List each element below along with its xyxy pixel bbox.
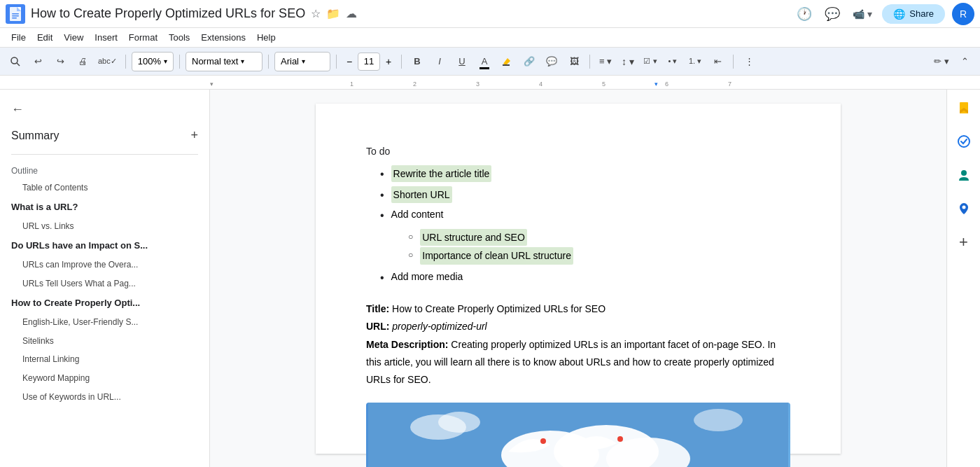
document-title[interactable]: How to Create Properly Optimized URLs fo… bbox=[31, 6, 305, 21]
align-btn[interactable]: ≡ ▾ bbox=[596, 52, 615, 71]
svg-line-6 bbox=[17, 63, 20, 66]
folder-icon[interactable]: 📁 bbox=[326, 7, 340, 20]
edit-mode-btn[interactable]: ✏ ▾ bbox=[931, 52, 952, 71]
sidebar-item-urls-tell[interactable]: URLs Tell Users What a Pag... bbox=[0, 274, 209, 293]
line-spacing-btn[interactable]: ↕ ▾ bbox=[618, 52, 638, 71]
ruler: ▾ 1 2 3 4 5 6 7 ▾ bbox=[0, 76, 980, 90]
search-toolbar-btn[interactable] bbox=[6, 52, 25, 71]
style-select[interactable]: Normal text ▾ bbox=[186, 52, 262, 71]
list-item: • Rewrite the article title bbox=[380, 165, 790, 183]
numbered-list-btn[interactable]: 1. ▾ bbox=[685, 52, 705, 71]
summary-header: Summary + bbox=[0, 123, 209, 148]
doc-area: To do • Rewrite the article title • Shor… bbox=[210, 90, 946, 467]
checklist-btn[interactable]: ☑ ▾ bbox=[640, 52, 660, 71]
right-panel: + bbox=[946, 90, 980, 467]
tasks-btn[interactable] bbox=[951, 129, 976, 154]
list-item: • Shorten URL bbox=[380, 186, 790, 204]
meta-title-value: How to Create Properly Optimized URLs fo… bbox=[392, 303, 606, 314]
maps-btn[interactable] bbox=[951, 196, 976, 221]
font-size-increase[interactable]: + bbox=[382, 55, 396, 69]
sidebar-item-sitelinks[interactable]: Sitelinks bbox=[0, 332, 209, 351]
bold-btn[interactable]: B bbox=[407, 52, 427, 71]
sidebar-item-url-vs-links[interactable]: URL vs. Links bbox=[0, 217, 209, 236]
sidebar-item-keywords-in-url[interactable]: Use of Keywords in URL... bbox=[0, 388, 209, 407]
spellcheck-btn[interactable]: abc✓ bbox=[95, 52, 120, 71]
italic-btn[interactable]: I bbox=[430, 52, 449, 71]
search-icon bbox=[10, 56, 21, 67]
bullet-dot-2: • bbox=[380, 186, 384, 204]
history-icon[interactable]: 🕐 bbox=[794, 4, 815, 25]
sub-item-1: URL structure and SEO bbox=[420, 229, 527, 246]
font-size-input[interactable] bbox=[358, 53, 380, 71]
more-toolbar-btn[interactable]: ⋮ bbox=[739, 52, 759, 71]
indent-decrease-btn[interactable]: ⇤ bbox=[708, 52, 727, 71]
meta-title-line: Title: How to Create Properly Optimized … bbox=[366, 300, 790, 318]
menu-format[interactable]: Format bbox=[123, 30, 163, 45]
sidebar-item-do-urls-impact[interactable]: Do URLs have an Impact on S... bbox=[0, 236, 209, 256]
font-size-area: − + bbox=[342, 53, 396, 71]
undo-btn[interactable]: ↩ bbox=[28, 52, 48, 71]
title-bar: How to Create Properly Optimized URLs fo… bbox=[0, 0, 980, 28]
font-size-decrease[interactable]: − bbox=[342, 55, 356, 69]
outline-label: Outline bbox=[0, 160, 209, 179]
bookmark-btn[interactable] bbox=[951, 95, 976, 120]
sidebar-item-urls-improve[interactable]: URLs can Improve the Overa... bbox=[0, 256, 209, 274]
menu-tools[interactable]: Tools bbox=[163, 30, 195, 45]
sidebar-item-english-like[interactable]: English-Like, User-Friendly S... bbox=[0, 313, 209, 332]
underline-btn[interactable]: U bbox=[452, 52, 472, 71]
avatar[interactable]: R bbox=[952, 3, 974, 25]
link-btn[interactable]: 🔗 bbox=[519, 52, 539, 71]
menu-file[interactable]: File bbox=[6, 30, 31, 45]
ruler-inner: ▾ 1 2 3 4 5 6 7 ▾ bbox=[210, 76, 686, 88]
highlight-icon bbox=[502, 57, 512, 67]
sidebar-item-keyword-mapping[interactable]: Keyword Mapping bbox=[0, 369, 209, 388]
meta-desc-line: Meta Description: Creating properly opti… bbox=[366, 336, 790, 389]
sidebar-item-internal-linking[interactable]: Internal Linking bbox=[0, 350, 209, 369]
birds-illustration bbox=[366, 403, 790, 467]
toolbar-sep-3 bbox=[268, 55, 269, 69]
add-plugin-btn[interactable]: + bbox=[951, 230, 976, 255]
comment-btn[interactable]: 💬 bbox=[542, 52, 561, 71]
redo-btn[interactable]: ↪ bbox=[50, 52, 70, 71]
expand-toolbar-btn[interactable]: ⌃ bbox=[955, 52, 974, 71]
sidebar-item-how-to-create[interactable]: How to Create Properly Opti... bbox=[0, 293, 209, 313]
font-select[interactable]: Arial ▾ bbox=[274, 52, 330, 71]
svg-point-18 bbox=[958, 136, 969, 147]
share-globe-icon: 🌐 bbox=[893, 8, 905, 20]
toolbar-sep-7 bbox=[733, 55, 734, 69]
print-btn[interactable]: 🖨 bbox=[73, 52, 92, 71]
toolbar-sep-2 bbox=[179, 55, 180, 69]
menu-edit[interactable]: Edit bbox=[31, 30, 58, 45]
image-btn[interactable]: 🖼 bbox=[564, 52, 584, 71]
todo-label: To do bbox=[366, 146, 790, 157]
tasks-icon bbox=[957, 134, 971, 148]
text-color-icon: A bbox=[482, 56, 488, 67]
svg-rect-7 bbox=[503, 64, 510, 66]
share-button[interactable]: 🌐 Share bbox=[882, 4, 945, 24]
font-value: Arial bbox=[281, 56, 299, 67]
text-color-btn[interactable]: A bbox=[475, 52, 494, 71]
menu-view[interactable]: View bbox=[58, 30, 89, 45]
menu-insert[interactable]: Insert bbox=[89, 30, 123, 45]
sidebar-back-btn[interactable]: ← bbox=[0, 97, 209, 123]
sidebar-item-what-is-url[interactable]: What is a URL? bbox=[0, 197, 209, 217]
sidebar-item-toc[interactable]: Table of Contents bbox=[0, 179, 209, 197]
menu-help[interactable]: Help bbox=[251, 30, 281, 45]
highlight-btn[interactable] bbox=[497, 52, 517, 71]
menu-extensions[interactable]: Extensions bbox=[195, 30, 251, 45]
cloud-icon[interactable]: ☁ bbox=[346, 7, 357, 20]
videocam-icon[interactable]: 📹 ▾ bbox=[850, 6, 875, 22]
contacts-icon bbox=[957, 168, 971, 182]
chat-icon[interactable]: 💬 bbox=[822, 4, 843, 25]
font-chevron: ▾ bbox=[302, 57, 305, 65]
list-item: • Add content bbox=[380, 207, 790, 225]
svg-point-13 bbox=[617, 436, 623, 442]
zoom-select[interactable]: 100% ▾ bbox=[132, 52, 174, 71]
contacts-btn[interactable] bbox=[951, 162, 976, 188]
todo-item-1: Rewrite the article title bbox=[391, 165, 492, 182]
summary-add-btn[interactable]: + bbox=[190, 128, 198, 143]
share-label: Share bbox=[909, 8, 934, 19]
bullet-list-btn[interactable]: • ▾ bbox=[663, 52, 682, 71]
star-icon[interactable]: ☆ bbox=[311, 7, 321, 20]
toolbar-sep-6 bbox=[589, 55, 590, 69]
